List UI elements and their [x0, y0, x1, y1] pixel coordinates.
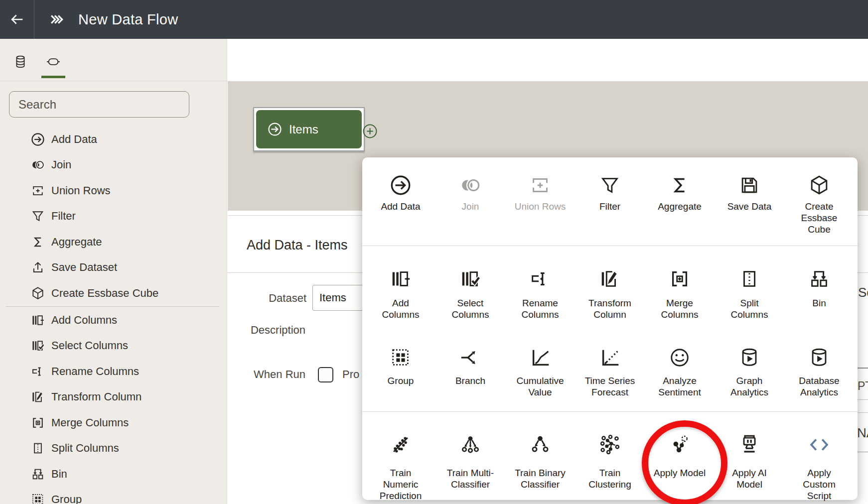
- plus-circle-icon: [362, 124, 378, 139]
- flow-steps-icon: [46, 55, 60, 69]
- sidebar-item-filter[interactable]: Filter: [0, 204, 227, 230]
- step-option-select-columns[interactable]: SelectColumns: [435, 246, 505, 320]
- sidebar-group-divider: [6, 306, 219, 307]
- step-picker-popup: Add DataJoinUnion RowsFilterAggregateSav…: [362, 157, 858, 500]
- step-option-apply-model[interactable]: Apply Model: [645, 411, 715, 479]
- database-icon: [13, 55, 27, 69]
- sidebar-item-label: Transform Column: [51, 390, 142, 403]
- step-option-apply-custom-script[interactable]: ApplyCustomScript: [784, 411, 854, 502]
- sidebar-item-split-columns[interactable]: Split Columns: [0, 436, 227, 462]
- step-option-cumulative-value[interactable]: CumulativeValue: [505, 327, 575, 398]
- step-option-graph-analytics[interactable]: GraphAnalytics: [715, 327, 784, 398]
- sidebar-item-label: Join: [51, 158, 71, 171]
- step-option-rename-columns[interactable]: RenameColumns: [505, 246, 575, 320]
- header-bar: New Data Flow: [0, 0, 868, 39]
- step-option-union-rows: Union Rows: [505, 157, 575, 212]
- step-option-label: TrainNumericPrediction: [380, 467, 422, 502]
- step-option-time-series-forecast[interactable]: Time SeriesForecast: [575, 327, 645, 398]
- transform-column-icon: [30, 389, 45, 404]
- step-option-filter[interactable]: Filter: [575, 157, 645, 212]
- sidebar-item-add-columns[interactable]: Add Columns: [0, 307, 227, 333]
- step-option-database-analytics[interactable]: DatabaseAnalytics: [784, 327, 854, 398]
- merge-columns-icon: [668, 267, 691, 290]
- step-option-label: Apply Model: [654, 467, 706, 479]
- sidebar-item-create-essbase-cube[interactable]: Create Essbase Cube: [0, 280, 227, 306]
- database-analytics-icon: [808, 346, 831, 369]
- group-icon: [30, 492, 45, 504]
- sidebar-item-transform-column[interactable]: Transform Column: [0, 384, 227, 410]
- analyze-sentiment-icon: [668, 346, 691, 369]
- step-option-aggregate[interactable]: Aggregate: [645, 157, 715, 212]
- sidebar-item-bin[interactable]: Bin: [0, 461, 227, 487]
- step-option-add-data[interactable]: Add Data: [366, 157, 435, 212]
- step-option-branch[interactable]: Branch: [435, 327, 505, 386]
- step-option-label: SplitColumns: [731, 297, 768, 320]
- step-option-split-columns[interactable]: SplitColumns: [715, 246, 784, 320]
- add-step-button[interactable]: [362, 124, 378, 139]
- step-option-bin[interactable]: Bin: [784, 246, 854, 309]
- sidebar-item-join[interactable]: Join: [0, 152, 227, 178]
- background-fragment: [858, 452, 868, 452]
- sidebar-item-label: Add Data: [51, 133, 97, 146]
- graph-analytics-icon: [738, 346, 761, 369]
- sidebar-item-group[interactable]: Group: [0, 487, 227, 504]
- background-fragment: [858, 399, 868, 400]
- when-run-checkbox[interactable]: [318, 367, 333, 382]
- time-series-forecast-icon: [598, 346, 621, 369]
- sidebar-item-label: Select Columns: [51, 339, 128, 352]
- background-fragment: PT: [858, 379, 868, 393]
- background-fragment: Sc: [858, 285, 868, 300]
- step-option-train-numeric-prediction[interactable]: TrainNumericPrediction: [366, 411, 435, 502]
- step-option-label: MergeColumns: [661, 297, 699, 320]
- step-option-train-binary-classifier[interactable]: Train BinaryClassifier: [505, 411, 575, 490]
- dataflow-node-items[interactable]: Items: [253, 107, 365, 151]
- tab-steps[interactable]: [42, 51, 64, 73]
- step-option-label: Union Rows: [515, 201, 566, 212]
- step-option-add-columns[interactable]: AddColumns: [366, 246, 435, 320]
- description-label: Description: [226, 324, 305, 337]
- split-columns-icon: [30, 441, 45, 456]
- step-option-apply-ai-model[interactable]: Apply AIModel: [715, 411, 784, 490]
- sidebar-item-add-data[interactable]: Add Data: [0, 126, 227, 152]
- cumulative-value-icon: [529, 346, 552, 369]
- tab-data[interactable]: [9, 51, 31, 73]
- step-option-analyze-sentiment[interactable]: AnalyzeSentiment: [645, 327, 715, 398]
- sidebar-item-rename-columns[interactable]: Rename Columns: [0, 359, 227, 384]
- step-option-label: Branch: [455, 375, 485, 386]
- step-option-create-essbase-cube[interactable]: CreateEssbaseCube: [784, 157, 854, 235]
- step-option-transform-column[interactable]: TransformColumn: [575, 246, 645, 320]
- step-option-group[interactable]: Group: [366, 327, 435, 386]
- selected-tab-underline: [41, 76, 65, 78]
- app-window: New Data Flow Add DataJoinUnion RowsFilt…: [0, 0, 868, 504]
- sidebar-group-columns: Add ColumnsSelect ColumnsRename ColumnsT…: [0, 307, 227, 504]
- step-option-merge-columns[interactable]: MergeColumns: [645, 246, 715, 320]
- sidebar-item-merge-columns[interactable]: Merge Columns: [0, 410, 227, 436]
- step-option-label: Apply AIModel: [732, 467, 767, 490]
- step-library-sidebar: Add DataJoinUnion RowsFilterAggregateSav…: [0, 39, 227, 504]
- select-columns-icon: [30, 338, 45, 353]
- step-option-train-clustering[interactable]: TrainClustering: [575, 411, 645, 490]
- step-option-train-multi-classifier[interactable]: Train Multi-Classifier: [435, 411, 505, 490]
- sidebar-item-union-rows[interactable]: Union Rows: [0, 178, 227, 204]
- add-columns-icon: [30, 313, 45, 328]
- sidebar-item-aggregate[interactable]: Aggregate: [0, 229, 227, 255]
- sidebar-item-label: Filter: [51, 210, 76, 223]
- split-columns-icon: [738, 267, 761, 290]
- sidebar-item-save-dataset[interactable]: Save Dataset: [0, 255, 227, 281]
- main-top-strip: [228, 39, 868, 81]
- step-option-save-data[interactable]: Save Data: [715, 157, 784, 212]
- sidebar-item-label: Add Columns: [51, 314, 117, 327]
- bin-icon: [808, 267, 831, 290]
- search-input[interactable]: [9, 91, 189, 118]
- sidebar-item-select-columns[interactable]: Select Columns: [0, 333, 227, 359]
- merge-columns-icon: [30, 415, 45, 430]
- sidebar-item-label: Merge Columns: [51, 416, 129, 429]
- header-separator: [34, 0, 34, 39]
- bin-icon: [30, 467, 45, 482]
- back-button[interactable]: [0, 0, 34, 39]
- essbase-cube-icon: [30, 286, 45, 301]
- aggregate-icon: [668, 174, 691, 197]
- step-option-label: Train Multi-Classifier: [447, 467, 494, 490]
- rename-columns-icon: [529, 267, 552, 290]
- step-option-label: GraphAnalytics: [730, 375, 768, 398]
